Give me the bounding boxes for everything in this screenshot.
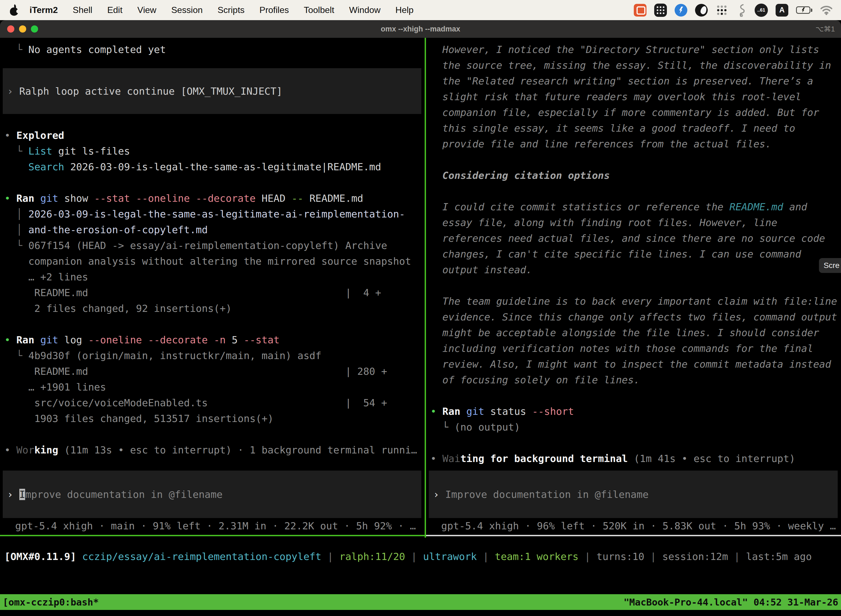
menu-item-edit[interactable]: Edit <box>100 5 130 15</box>
badge-61-label: ..61 <box>757 7 765 13</box>
terminal-line: slight risk that future readers may over… <box>431 89 841 105</box>
badge-61-icon[interactable]: ..61 <box>755 4 768 17</box>
inject-prompt-text: Ralph loop active continue [OMX_TMUX_INJ… <box>19 85 283 97</box>
terminal-line: However, I noticed the "Directory Struct… <box>431 42 841 57</box>
inject-prompt-chevron: › <box>7 85 13 97</box>
right-pane-log: However, I noticed the "Directory Struct… <box>431 42 841 466</box>
battery-icon[interactable] <box>796 4 812 17</box>
menu-item-scripts[interactable]: Scripts <box>210 5 252 15</box>
terminal-line <box>4 175 425 191</box>
battery-bolt <box>801 7 805 13</box>
squiggle-icon[interactable] <box>736 4 747 17</box>
right-input-box[interactable]: ›Improve documentation in @filename <box>429 471 838 518</box>
terminal-line: • Ran git log --oneline --decorate -n 5 … <box>4 332 425 348</box>
menu-item-profiles[interactable]: Profiles <box>252 5 296 15</box>
menu-item-window[interactable]: Window <box>341 5 388 15</box>
terminal-line: provide file and line references from th… <box>431 136 841 152</box>
terminal-line: of focusing solely on file lines. <box>431 372 841 388</box>
terminal-line: 1903 files changed, 513517 insertions(+) <box>4 411 425 427</box>
wifi-icon[interactable] <box>820 4 833 17</box>
left-input-chevron: › <box>7 489 13 500</box>
terminal-line: README.md | 4 + <box>4 285 425 301</box>
menu-item-help[interactable]: Help <box>388 5 421 15</box>
battery-nub <box>811 9 812 12</box>
terminal-line <box>431 435 841 451</box>
keypad-badge-icon[interactable] <box>654 4 667 17</box>
terminal-line: 2 files changed, 92 insertions(+) <box>4 301 425 316</box>
right-terminal-pane: However, I noticed the "Directory Struct… <box>426 38 841 536</box>
terminal-line: • Ran git status --short <box>431 403 841 419</box>
terminal-line: changes, I can't cite specific file line… <box>431 246 841 262</box>
apple-body <box>10 7 18 16</box>
terminal-line: evidence. Since this change only affects… <box>431 309 841 325</box>
left-terminal-pane: └ No agents completed yet ›Ralph loop ac… <box>0 38 425 536</box>
left-input-cursor: I <box>19 489 25 500</box>
apple-menu-icon[interactable] <box>10 5 18 16</box>
terminal-line: README.md | 280 + <box>4 364 425 379</box>
terminal-line: the "Related research writing" section i… <box>431 73 841 89</box>
menu-item-shell[interactable]: Shell <box>65 5 100 15</box>
terminal-line: including verification notes with those … <box>431 340 841 356</box>
menu-item-toolbelt[interactable]: Toolbelt <box>296 5 341 15</box>
terminal-line: │ 2026-03-09-is-legal-the-same-as-legiti… <box>4 206 425 222</box>
blue-bolt-badge-icon[interactable] <box>675 4 687 16</box>
terminal-line <box>431 152 841 167</box>
terminal-line: └ No agents completed yet <box>4 42 425 57</box>
right-status-line: gpt-5.4 xhigh · 96% left · 520K in · 5.8… <box>441 520 836 532</box>
terminal-line: • Explored <box>4 128 425 143</box>
terminal-line: └ 4b9d30f (origin/main, instructkr/main,… <box>4 348 425 364</box>
menu-item-iterm2[interactable]: iTerm2 <box>22 5 65 15</box>
terminal-line: … +2 lines <box>4 269 425 285</box>
terminal-line: • Ran git show --stat --oneline --decora… <box>4 191 425 206</box>
omx-status-bar: [OMX#0.11.9] cczip/essay/ai-reimplementa… <box>4 549 812 565</box>
left-input-box[interactable]: ›Improve documentation in @filename <box>3 471 421 518</box>
window-title: omx --xhigh --madmax <box>0 25 841 34</box>
terminal-line: └ List git ls-files <box>4 143 425 159</box>
battery-body <box>796 6 810 14</box>
terminal-line: might be acceptable alongside the file l… <box>431 325 841 340</box>
right-input-placeholder: Improve documentation in @filename <box>445 489 649 500</box>
menu-status-icons: ..61 A <box>634 4 833 17</box>
bolt-glyph <box>679 7 683 14</box>
terminal-line: Considering citation options <box>431 167 841 183</box>
keypad-dots <box>660 9 661 11</box>
badge-a-icon[interactable]: A <box>776 4 788 16</box>
right-input-chevron: › <box>433 489 439 500</box>
menu-bar: iTerm2ShellEditViewSessionScriptsProfile… <box>0 0 841 20</box>
terminal-line: │ and-the-erosion-of-copyleft.md <box>4 222 425 238</box>
terminal-line: the source tree, missing the essay. Stil… <box>431 57 841 73</box>
window-shortcut-badge: ⌥⌘1 <box>816 25 835 34</box>
terminal-line: └ (no output) <box>431 419 841 435</box>
terminal-line: output instead. <box>431 262 841 278</box>
terminal-line: └ 067f154 (HEAD -> essay/ai-reimplementa… <box>4 238 425 253</box>
terminal-line: src/voice/voiceModeEnabled.ts | 54 + <box>4 395 425 411</box>
menu-item-view[interactable]: View <box>130 5 164 15</box>
left-status-line: gpt-5.4 xhigh · main · 91% left · 2.31M … <box>15 520 416 532</box>
terminal-line <box>4 427 425 442</box>
tmux-status-bar: [omx-cczip0:bash* "MacBook-Pro-44.local"… <box>0 594 841 610</box>
messages-app-icon[interactable] <box>634 4 646 16</box>
terminal-line: review. Also, I might want to inspect th… <box>431 356 841 372</box>
left-pane-top-lines: └ No agents completed yet <box>4 42 425 57</box>
window-title-bar: omx --xhigh --madmax ⌥⌘1 <box>0 20 841 38</box>
terminal-line: • Waiting for background terminal (1m 41… <box>431 451 841 466</box>
dark-crescent-icon[interactable] <box>695 4 708 16</box>
terminal-line: essay file, along with finding root file… <box>431 215 841 230</box>
inject-prompt-box[interactable]: ›Ralph loop active continue [OMX_TMUX_IN… <box>3 68 421 114</box>
menu-items: iTerm2ShellEditViewSessionScriptsProfile… <box>18 5 421 15</box>
terminal-line <box>431 278 841 293</box>
terminal-line: … +1901 lines <box>4 379 425 395</box>
terminal-line <box>431 183 841 199</box>
terminal-line: this single essay, it seems like a good … <box>431 120 841 136</box>
terminal-line <box>431 388 841 403</box>
screen-overlay-button[interactable]: Scre <box>819 258 841 273</box>
badge-a-label: A <box>779 6 785 14</box>
grid-dots <box>721 9 723 11</box>
left-pane-log: • Explored └ List git ls-files Search 20… <box>4 128 425 458</box>
terminal-line: [OMX#0.11.9] cczip/essay/ai-reimplementa… <box>4 549 812 565</box>
menu-item-session[interactable]: Session <box>164 5 210 15</box>
terminal-line: companion file, especially if more comme… <box>431 105 841 120</box>
left-input-placeholder: mprove documentation in @filename <box>25 489 223 500</box>
terminal-line: I could cite commit statistics or refere… <box>431 199 841 215</box>
dot-grid-icon[interactable] <box>715 4 728 16</box>
